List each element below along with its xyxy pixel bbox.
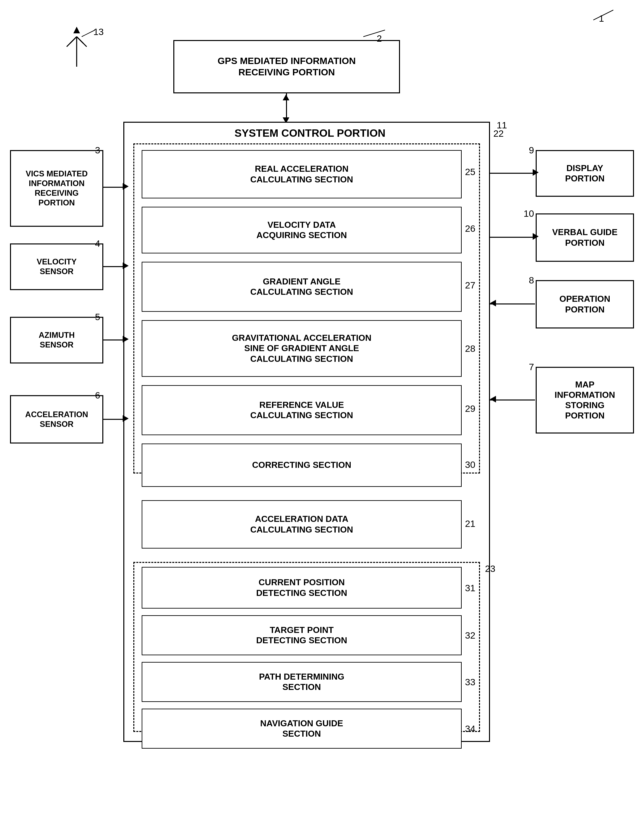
ref-29: 29 [465, 403, 475, 414]
azimuth-sensor-block: AZIMUTH SENSOR [10, 317, 103, 363]
ref-9: 9 [529, 145, 534, 156]
real-accel-block: REAL ACCELERATION CALCULATING SECTION [142, 150, 462, 198]
target-point-block: TARGET POINT DETECTING SECTION [142, 615, 462, 655]
diagram: 1 13 GPS MEDIATED INFORMATION RECEIVING … [0, 0, 644, 832]
verbal-guide-block: VERBAL GUIDE PORTION [536, 213, 634, 262]
arrow-azimuth-sensor [103, 339, 125, 341]
gravitational-block: GRAVITATIONAL ACCELERATION SINE OF GRADI… [142, 320, 462, 377]
ref-28: 28 [465, 344, 475, 354]
gradient-angle-block: GRADIENT ANGLE CALCULATING SECTION [142, 262, 462, 312]
ref-34: 34 [465, 724, 475, 734]
antenna-icon [63, 27, 90, 68]
ref-22: 22 [493, 128, 504, 139]
path-determining-block: PATH DETERMINING SECTION [142, 662, 462, 702]
arrowhead-vel-sensor [123, 262, 129, 269]
current-pos-block: CURRENT POSITION DETECTING SECTION [142, 567, 462, 609]
velocity-data-block: VELOCITY DATA ACQUIRING SECTION [142, 207, 462, 253]
svg-line-3 [70, 37, 77, 43]
arrow-accel-sensor [103, 419, 125, 420]
ref-10: 10 [524, 208, 534, 219]
arrowhead-gps-up [283, 94, 289, 100]
vics-block: VICS MEDIATED INFORMATION RECEIVING PORT… [10, 150, 103, 227]
arrowhead-accel-sensor [123, 415, 129, 422]
arrow-verbal [490, 237, 535, 238]
arrowhead-operation [490, 300, 496, 306]
arrowhead-map [490, 396, 496, 403]
ref-2: 2 [377, 34, 382, 44]
ref-23: 23 [485, 563, 495, 574]
reference-value-block: REFERENCE VALUE CALCULATING SECTION [142, 385, 462, 435]
correcting-block: CORRECTING SECTION [142, 443, 462, 487]
operation-block: OPERATION PORTION [536, 280, 634, 328]
ref-27: 27 [465, 280, 475, 291]
ref-30: 30 [465, 459, 475, 470]
svg-line-4 [77, 37, 83, 43]
arrowhead-azimuth-sensor [123, 336, 129, 342]
arrowhead-display [533, 169, 539, 176]
arrowhead-verbal [533, 233, 539, 240]
ref-13: 13 [93, 27, 104, 37]
arrow-map [490, 400, 535, 400]
arrow-display [490, 173, 535, 174]
ref-25: 25 [465, 167, 475, 178]
ref-33: 33 [465, 677, 475, 688]
arrow-vics [103, 187, 125, 188]
acceleration-sensor-block: ACCELERATION SENSOR [10, 395, 103, 443]
ref-26: 26 [465, 223, 475, 234]
ref-5: 5 [95, 312, 100, 322]
ref-1: 1 [599, 13, 604, 24]
gps-block: GPS MEDIATED INFORMATION RECEIVING PORTI… [173, 40, 400, 93]
navigation-guide-block: NAVIGATION GUIDE SECTION [142, 709, 462, 749]
display-block: DISPLAY PORTION [536, 150, 634, 197]
ref-6: 6 [95, 390, 100, 401]
ref-31: 31 [465, 583, 475, 594]
arrowhead-vics [123, 183, 129, 190]
accel-data-block: ACCELERATION DATA CALCULATING SECTION [142, 500, 462, 549]
ref-8: 8 [529, 275, 534, 286]
svg-marker-5 [74, 27, 80, 34]
ref-32: 32 [465, 630, 475, 641]
velocity-sensor-block: VELOCITY SENSOR [10, 243, 103, 290]
ref-3: 3 [95, 145, 100, 156]
map-info-block: MAP INFORMATION STORING PORTION [536, 367, 634, 434]
ref-4: 4 [95, 238, 100, 249]
arrow-vel-sensor [103, 266, 125, 267]
arrow-operation [490, 304, 535, 304]
ref-7: 7 [529, 362, 534, 373]
ref-21: 21 [465, 518, 475, 529]
